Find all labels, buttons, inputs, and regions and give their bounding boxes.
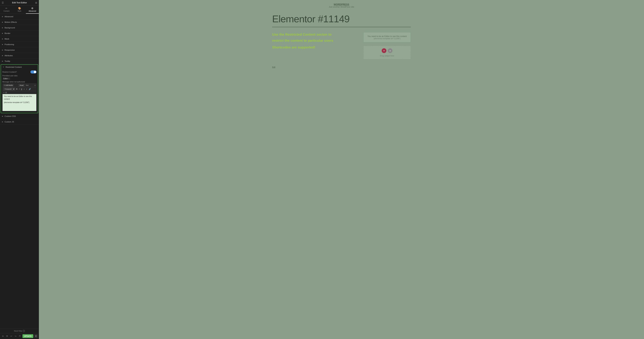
chevron-icon: ▶: [2, 32, 3, 34]
section-advanced[interactable]: ▶ Advanced: [0, 14, 39, 19]
section-restricted-content: ▼ Restricted Content Restrict Content? P…: [1, 64, 38, 113]
italic-button[interactable]: I: [18, 88, 20, 90]
intro-heading-line1: Use the Restricted Content secton to: [272, 32, 358, 37]
underline-button[interactable]: U: [20, 88, 23, 90]
editor-tab-visual[interactable]: Visual: [18, 84, 24, 86]
chevron-icon: ▶: [2, 55, 3, 56]
chevron-down-icon: ▼: [3, 66, 4, 68]
permitted-tag-editor-remove[interactable]: ×: [8, 78, 9, 79]
sidebar-actions: ⊙ 👁 ↩ ↪ ⏱ UPDATE ▼: [0, 333, 39, 339]
chevron-icon: ▶: [2, 43, 3, 45]
intro-text: Use the Restricted Content secton to res…: [272, 32, 358, 49]
chevron-icon: ▶: [2, 115, 3, 117]
mini-editor-toolbar2: ↩ ▤: [2, 91, 36, 94]
tab-advanced[interactable]: ⚙ Advanced: [26, 5, 39, 14]
section-custom-css[interactable]: ▶ Custom CSS: [0, 113, 39, 119]
chevron-icon: ▶: [2, 60, 3, 62]
editor-close-button[interactable]: ✕: [34, 84, 36, 86]
align-button[interactable]: ≡: [23, 88, 25, 90]
editor-content-line1: You need to be an Editor to see this con…: [4, 95, 35, 100]
chevron-icon: ▶: [2, 21, 3, 23]
editor-tab-text[interactable]: Text: [25, 84, 30, 86]
editor-tab-group: Visual Text: [18, 84, 30, 86]
editor-content-line2: [elementor-template id="11258"]: [4, 101, 35, 104]
content-icon: ✏: [6, 7, 8, 10]
need-help-bar[interactable]: Need Help ?: [0, 329, 39, 333]
add-media-button[interactable]: + Add Media: [3, 84, 14, 86]
undo-action-button[interactable]: ↩: [10, 334, 13, 338]
permitted-roles-row: Permitted user roles Editor ×: [2, 75, 36, 80]
grid-icon[interactable]: ⊞: [35, 1, 37, 4]
sidebar-tab-bar: ✏ Content 🎨 Style ⚙ Advanced: [0, 5, 39, 14]
bold-button[interactable]: B: [16, 88, 18, 90]
sidebar-sections: ▶ Advanced ▶ Motion Effects ▶ Background…: [0, 14, 39, 329]
restrict-content-toggle[interactable]: [30, 70, 36, 73]
list-button[interactable]: ≡: [26, 88, 28, 90]
sidebar: ☰ Edit Text Editor ⊞ ✏ Content 🎨 Style ⚙…: [0, 0, 39, 339]
site-tagline: Just another WordPress site: [329, 6, 354, 8]
drag-widget-area: + ⊙ Drag widget here: [364, 46, 411, 59]
chevron-icon: ▶: [2, 38, 3, 40]
menu-icon[interactable]: ☰: [2, 1, 4, 4]
page-divider: [272, 27, 411, 27]
widget-handle-button[interactable]: ⊙: [388, 48, 392, 53]
add-section-button[interactable]: ▼: [34, 334, 38, 338]
tab-style[interactable]: 🎨 Style: [13, 5, 26, 14]
restricted-preview-shortcode: [elementor-template id="11258"]: [374, 37, 400, 39]
permitted-tag-editor-label: Editor: [4, 78, 8, 79]
restrict-content-label: Restrict Content?: [2, 71, 17, 73]
chevron-icon: ▶: [2, 27, 3, 28]
section-background[interactable]: ▶ Background: [0, 25, 39, 30]
intro-heading-line2: restrict the content to particular users: [272, 38, 358, 43]
undo-icon[interactable]: ↩: [3, 91, 5, 94]
eye-action-button[interactable]: 👁: [6, 334, 9, 338]
section-responsive[interactable]: ▶ Responsive: [0, 47, 39, 53]
kitchensink-icon[interactable]: ▤: [5, 91, 7, 94]
chevron-icon: ▶: [2, 16, 3, 17]
site-name[interactable]: WORDPRESS: [329, 3, 354, 6]
drag-widget-buttons: + ⊙: [382, 48, 392, 53]
settings-action-button[interactable]: ⊙: [1, 334, 4, 338]
chevron-icon: ▶: [2, 49, 3, 51]
sidebar-topbar: ☰ Edit Text Editor ⊞: [0, 0, 39, 5]
mini-editor-content-area[interactable]: You need to be an Editor to see this con…: [2, 94, 36, 111]
message-when-not-authorized-label: Message when not authorized: [2, 81, 36, 83]
section-attributes[interactable]: ▶ Attributes: [0, 53, 39, 58]
restricted-preview-box: You need to be an Editor to see this con…: [364, 32, 411, 42]
link-button[interactable]: 🔗: [28, 88, 31, 90]
section-mask[interactable]: ▶ Mask: [0, 36, 39, 42]
update-button[interactable]: UPDATE: [22, 334, 33, 338]
permitted-tag-editor: Editor ×: [2, 77, 10, 80]
redo-action-button[interactable]: ↪: [14, 334, 17, 338]
add-media-icon: +: [4, 84, 5, 86]
section-motion-effects[interactable]: ▶ Motion Effects: [0, 19, 39, 25]
format-select[interactable]: Paragraph: [3, 88, 15, 90]
restrict-toggle-row: Restrict Content?: [2, 70, 36, 73]
permitted-roles-label: Permitted user roles: [2, 75, 36, 77]
page-title: Elementor #11149: [272, 13, 411, 24]
style-icon: 🎨: [18, 7, 21, 10]
mini-editor: + Add Media Visual Text ✕ Paragraph: [2, 83, 36, 111]
add-widget-button[interactable]: +: [382, 48, 386, 53]
wp-header: WORDPRESS Just another WordPress site: [329, 0, 354, 10]
advanced-icon: ⚙: [31, 7, 34, 10]
restricted-content-header[interactable]: ▼ Restricted Content: [1, 65, 38, 69]
drag-widget-label: Drag widget here: [380, 55, 394, 57]
mini-editor-toolbar: Paragraph B I U ≡ ≡ 🔗: [2, 87, 36, 91]
restricted-content-body: Restrict Content? Permitted user roles E…: [1, 69, 38, 113]
mini-editor-topbar: + Add Media Visual Text ✕: [2, 84, 36, 87]
sidebar-title: Edit Text Editor: [4, 1, 35, 4]
help-icon: ?: [23, 330, 25, 332]
history-action-button[interactable]: ⏱: [18, 334, 22, 338]
section-positioning[interactable]: ▶ Positioning: [0, 42, 39, 47]
chevron-icon: ▶: [2, 121, 3, 123]
main-content: WORDPRESS Just another WordPress site El…: [39, 0, 644, 339]
section-border[interactable]: ▶ Border: [0, 30, 39, 36]
section-tooltip[interactable]: ▶ Tooltip: [0, 58, 39, 64]
intro-subheading: Shortcodes are supported!: [272, 45, 358, 49]
section-custom-js[interactable]: ▶ Custom JS: [0, 119, 39, 125]
intro-section: Use the Restricted Content secton to res…: [272, 32, 411, 59]
edit-link[interactable]: Edit: [272, 66, 275, 68]
tab-content[interactable]: ✏ Content: [0, 5, 13, 14]
permitted-tags-list: Editor ×: [2, 77, 36, 80]
